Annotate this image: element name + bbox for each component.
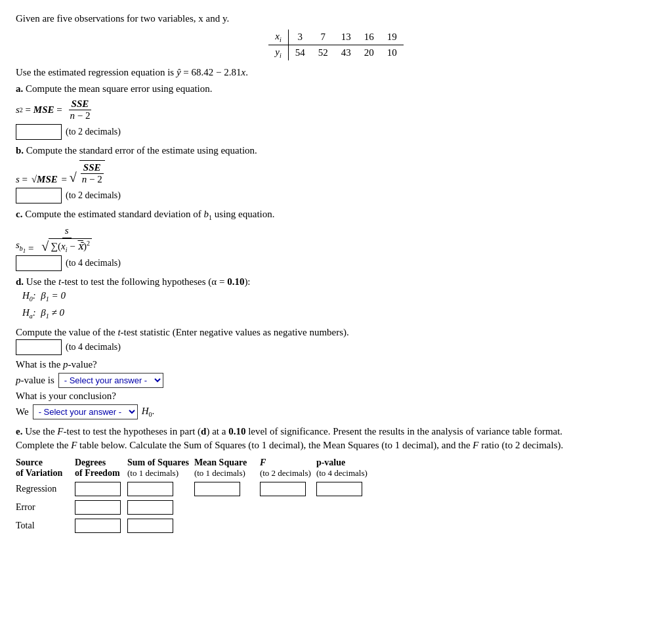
yi-val-4: 20 <box>358 45 381 61</box>
table-row: Regression <box>16 480 373 498</box>
anova-th-ms: Mean Square (to 1 decimals) <box>194 456 260 480</box>
pvalue-label: p-value is <box>16 375 54 386</box>
anova-th-pval: p-value (to 4 decimals) <box>316 456 373 480</box>
anova-th-f: F (to 2 decimals) <box>260 456 316 480</box>
anova-dof-error <box>75 498 127 517</box>
anova-pval-regression-input[interactable] <box>316 482 362 496</box>
part-a-label: a. Compute the mean square error using e… <box>16 83 656 95</box>
h0-text: H0: β1 = 0 <box>22 288 656 305</box>
part-b-equation: s = √MSE = √ SSE n − 2 <box>16 160 656 185</box>
xi-label: xi <box>268 30 288 45</box>
part-a-input[interactable] <box>16 124 62 140</box>
part-b-input[interactable] <box>16 188 62 203</box>
yi-val-5: 10 <box>381 45 404 61</box>
anova-dof-error-input[interactable] <box>75 500 121 515</box>
table-row: Total <box>16 517 373 535</box>
tstat-input[interactable] <box>16 339 62 355</box>
part-c-input[interactable] <box>16 255 62 271</box>
problem-title: Given are five observations for two vari… <box>16 13 656 24</box>
xi-val-2: 7 <box>312 30 335 45</box>
anova-dof-regression <box>75 480 127 498</box>
anova-ss-regression <box>127 480 194 498</box>
pvalue-line: p-value is - Select your answer - less t… <box>16 373 656 388</box>
anova-source-error: Error <box>16 498 75 517</box>
part-d-label: d. Use the t-test to test the following … <box>16 276 656 288</box>
hypotheses: H0: β1 = 0 Ha: β1 ≠ 0 <box>22 288 656 322</box>
tstat-text: Compute the value of the t-test statisti… <box>16 327 656 338</box>
part-c-input-line: (to 4 decimals) <box>16 255 656 271</box>
anova-th-source: Source of Variation <box>16 456 75 480</box>
anova-f-regression-input[interactable] <box>260 482 306 496</box>
xi-val-3: 13 <box>335 30 358 45</box>
xi-val-1: 3 <box>288 30 312 45</box>
yi-val-3: 43 <box>335 45 358 61</box>
anova-ms-total-empty <box>194 517 260 535</box>
conclusion-select[interactable]: - Select your answer - reject do not rej… <box>33 404 138 419</box>
anova-th-dof: Degrees of Freedom <box>75 456 127 480</box>
data-table-container: xi 3 7 13 16 19 yi 54 52 43 20 10 <box>16 30 656 60</box>
part-a-equation: s2 = MSE = SSE n − 2 <box>16 98 656 121</box>
yi-val-1: 54 <box>288 45 312 61</box>
anova-pval-error-empty <box>316 498 373 517</box>
part-b-label: b. Compute the standard error of the est… <box>16 145 656 156</box>
part-e-section: e. Use the F-test to test the hypotheses… <box>16 426 656 535</box>
anova-ss-total-input[interactable] <box>127 519 173 533</box>
conclusion-line: We - Select your answer - reject do not … <box>16 404 656 419</box>
xi-val-5: 19 <box>381 30 404 45</box>
part-a-section: a. Compute the mean square error using e… <box>16 83 656 140</box>
part-a-note: (to 2 decimals) <box>66 127 121 137</box>
anova-ms-regression <box>194 480 260 498</box>
yi-val-2: 52 <box>312 45 335 61</box>
anova-th-ss: Sum of Squares (to 1 decimals) <box>127 456 194 480</box>
tstat-input-line: (to 4 decimals) <box>16 339 656 355</box>
part-b-section: b. Compute the standard error of the est… <box>16 145 656 203</box>
part-e-text2: Complete the F table below. Calculate th… <box>16 440 656 451</box>
anova-ss-regression-input[interactable] <box>127 482 173 496</box>
anova-f-total-empty <box>260 517 316 535</box>
part-c-note: (to 4 decimals) <box>66 258 121 268</box>
part-c-equation: sb1 = s √ ∑(xi − x̄)2 <box>16 225 656 254</box>
anova-ms-regression-input[interactable] <box>194 482 240 496</box>
data-table: xi 3 7 13 16 19 yi 54 52 43 20 10 <box>268 30 403 60</box>
pvalue-question: What is the p-value? <box>16 359 656 370</box>
conclusion-h0: H0. <box>142 406 155 418</box>
part-d-section: d. Use the t-test to test the following … <box>16 276 656 419</box>
anova-dof-regression-input[interactable] <box>75 482 121 496</box>
part-c-section: c. Compute the estimated standard deviat… <box>16 209 656 271</box>
yi-label: yi <box>268 45 288 61</box>
xi-val-4: 16 <box>358 30 381 45</box>
anova-dof-total <box>75 517 127 535</box>
part-c-label: c. Compute the estimated standard deviat… <box>16 209 656 221</box>
anova-source-regression: Regression <box>16 480 75 498</box>
anova-source-total: Total <box>16 517 75 535</box>
anova-f-regression <box>260 480 316 498</box>
anova-ss-total <box>127 517 194 535</box>
anova-ss-error-input[interactable] <box>127 500 173 515</box>
tstat-note: (to 4 decimals) <box>66 342 121 352</box>
ha-text: Ha: β1 ≠ 0 <box>22 305 656 322</box>
regression-eq-text: Use the estimated regression equation is… <box>16 67 656 78</box>
anova-ss-error <box>127 498 194 517</box>
part-a-input-line: (to 2 decimals) <box>16 124 656 140</box>
conclusion-question: What is your conclusion? <box>16 391 656 402</box>
anova-table: Source of Variation Degrees of Freedom S… <box>16 456 373 535</box>
anova-ms-error-empty <box>194 498 260 517</box>
part-b-note: (to 2 decimals) <box>66 190 121 201</box>
table-row: Error <box>16 498 373 517</box>
part-b-input-line: (to 2 decimals) <box>16 188 656 203</box>
pvalue-select[interactable]: - Select your answer - less than .01 bet… <box>58 373 163 388</box>
anova-pval-total-empty <box>316 517 373 535</box>
anova-dof-total-input[interactable] <box>75 519 121 533</box>
part-e-text1: e. Use the F-test to test the hypotheses… <box>16 426 656 437</box>
anova-pval-regression <box>316 480 373 498</box>
conclusion-we-label: We <box>16 406 29 417</box>
anova-f-error-empty <box>260 498 316 517</box>
